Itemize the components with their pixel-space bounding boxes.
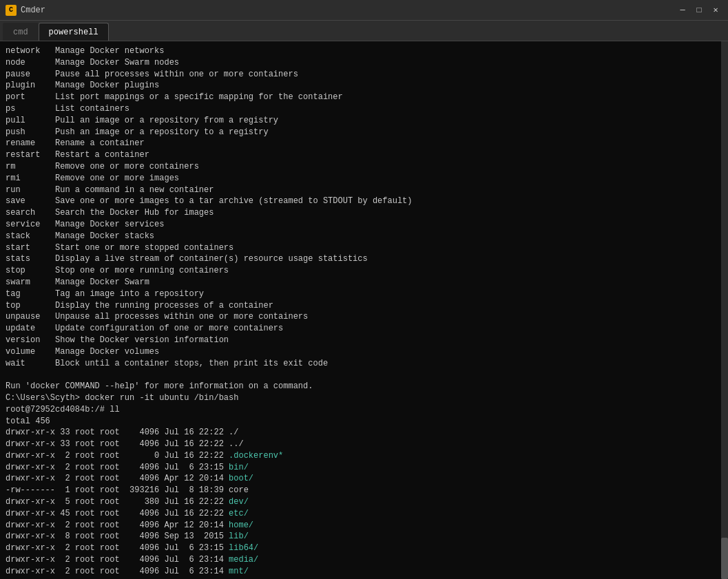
- tab-powershell[interactable]: powershell: [39, 23, 109, 41]
- app-title: Cmder: [21, 6, 676, 15]
- app-icon: C: [6, 5, 17, 16]
- tab-cmd[interactable]: cmd: [3, 23, 39, 41]
- window-controls[interactable]: — □ ✕: [676, 3, 722, 17]
- tab-bar: cmd powershell: [0, 21, 728, 41]
- scrollbar[interactable]: [721, 41, 728, 579]
- scrollbar-thumb[interactable]: [721, 538, 728, 579]
- titlebar: C Cmder — □ ✕: [0, 0, 728, 21]
- minimize-button[interactable]: —: [676, 3, 689, 17]
- close-button[interactable]: ✕: [709, 3, 722, 17]
- terminal[interactable]: network Manage Docker networks node Mana…: [0, 41, 728, 579]
- maximize-button[interactable]: □: [692, 3, 706, 17]
- terminal-output: network Manage Docker networks node Mana…: [6, 45, 722, 579]
